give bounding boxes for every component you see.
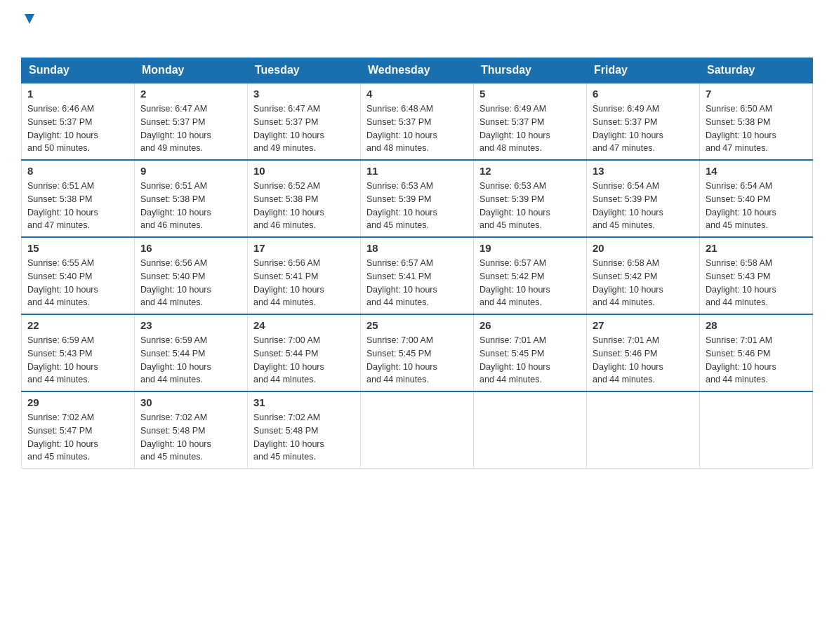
day-cell-26: 26 Sunrise: 7:01 AMSunset: 5:45 PMDaylig… xyxy=(474,314,587,391)
day-number: 26 xyxy=(479,319,581,331)
day-number: 13 xyxy=(593,165,694,177)
day-number: 14 xyxy=(706,165,807,177)
day-number: 19 xyxy=(479,242,581,254)
day-cell-7: 7 Sunrise: 6:50 AMSunset: 5:38 PMDayligh… xyxy=(700,83,813,160)
day-info: Sunrise: 6:55 AMSunset: 5:40 PMDaylight:… xyxy=(27,258,98,307)
days-header-row: SundayMondayTuesdayWednesdayThursdayFrid… xyxy=(22,58,813,83)
day-cell-14: 14 Sunrise: 6:54 AMSunset: 5:40 PMDaylig… xyxy=(700,160,813,237)
day-number: 23 xyxy=(140,319,241,331)
day-number: 20 xyxy=(593,242,694,254)
day-info: Sunrise: 7:02 AMSunset: 5:48 PMDaylight:… xyxy=(140,412,211,462)
logo xyxy=(21,14,37,51)
empty-cell xyxy=(474,391,587,469)
day-info: Sunrise: 7:00 AMSunset: 5:45 PMDaylight:… xyxy=(366,335,437,384)
day-cell-16: 16 Sunrise: 6:56 AMSunset: 5:40 PMDaylig… xyxy=(135,237,248,314)
day-number: 21 xyxy=(706,242,807,254)
day-number: 7 xyxy=(706,88,807,100)
day-cell-29: 29 Sunrise: 7:02 AMSunset: 5:47 PMDaylig… xyxy=(22,391,135,469)
day-number: 29 xyxy=(27,396,128,408)
day-cell-8: 8 Sunrise: 6:51 AMSunset: 5:38 PMDayligh… xyxy=(22,160,135,237)
week-row-5: 29 Sunrise: 7:02 AMSunset: 5:47 PMDaylig… xyxy=(22,391,813,469)
day-number: 4 xyxy=(366,88,468,100)
day-cell-20: 20 Sunrise: 6:58 AMSunset: 5:42 PMDaylig… xyxy=(587,237,700,314)
day-header-tuesday: Tuesday xyxy=(248,58,361,83)
day-info: Sunrise: 6:53 AMSunset: 5:39 PMDaylight:… xyxy=(479,181,550,230)
day-cell-31: 31 Sunrise: 7:02 AMSunset: 5:48 PMDaylig… xyxy=(248,391,361,469)
day-cell-9: 9 Sunrise: 6:51 AMSunset: 5:38 PMDayligh… xyxy=(135,160,248,237)
day-number: 12 xyxy=(479,165,581,177)
day-info: Sunrise: 6:56 AMSunset: 5:40 PMDaylight:… xyxy=(140,258,211,307)
day-number: 22 xyxy=(27,319,128,331)
day-cell-3: 3 Sunrise: 6:47 AMSunset: 5:37 PMDayligh… xyxy=(248,83,361,160)
day-info: Sunrise: 6:54 AMSunset: 5:40 PMDaylight:… xyxy=(706,181,776,230)
day-cell-17: 17 Sunrise: 6:56 AMSunset: 5:41 PMDaylig… xyxy=(248,237,361,314)
day-info: Sunrise: 7:01 AMSunset: 5:46 PMDaylight:… xyxy=(593,335,663,384)
day-cell-2: 2 Sunrise: 6:47 AMSunset: 5:37 PMDayligh… xyxy=(135,83,248,160)
day-number: 27 xyxy=(593,319,694,331)
day-number: 25 xyxy=(366,319,468,331)
week-row-2: 8 Sunrise: 6:51 AMSunset: 5:38 PMDayligh… xyxy=(22,160,813,237)
page-header xyxy=(21,14,813,51)
week-row-1: 1 Sunrise: 6:46 AMSunset: 5:37 PMDayligh… xyxy=(22,83,813,160)
day-cell-28: 28 Sunrise: 7:01 AMSunset: 5:46 PMDaylig… xyxy=(700,314,813,391)
day-number: 18 xyxy=(366,242,468,254)
day-cell-4: 4 Sunrise: 6:48 AMSunset: 5:37 PMDayligh… xyxy=(361,83,474,160)
day-cell-19: 19 Sunrise: 6:57 AMSunset: 5:42 PMDaylig… xyxy=(474,237,587,314)
day-info: Sunrise: 6:47 AMSunset: 5:37 PMDaylight:… xyxy=(253,104,324,153)
week-row-3: 15 Sunrise: 6:55 AMSunset: 5:40 PMDaylig… xyxy=(22,237,813,314)
day-number: 2 xyxy=(140,88,241,100)
svg-marker-0 xyxy=(25,14,34,24)
day-number: 28 xyxy=(706,319,807,331)
day-number: 17 xyxy=(253,242,355,254)
day-cell-10: 10 Sunrise: 6:52 AMSunset: 5:38 PMDaylig… xyxy=(248,160,361,237)
day-info: Sunrise: 6:57 AMSunset: 5:41 PMDaylight:… xyxy=(366,258,437,307)
day-info: Sunrise: 6:47 AMSunset: 5:37 PMDaylight:… xyxy=(140,104,211,153)
day-info: Sunrise: 6:50 AMSunset: 5:38 PMDaylight:… xyxy=(706,104,776,153)
day-number: 31 xyxy=(253,396,355,408)
day-info: Sunrise: 7:02 AMSunset: 5:47 PMDaylight:… xyxy=(27,412,98,462)
day-info: Sunrise: 7:00 AMSunset: 5:44 PMDaylight:… xyxy=(253,335,324,384)
day-info: Sunrise: 6:53 AMSunset: 5:39 PMDaylight:… xyxy=(366,181,437,230)
day-info: Sunrise: 6:48 AMSunset: 5:37 PMDaylight:… xyxy=(366,104,437,153)
day-number: 30 xyxy=(140,396,241,408)
day-number: 16 xyxy=(140,242,241,254)
day-info: Sunrise: 6:57 AMSunset: 5:42 PMDaylight:… xyxy=(479,258,550,307)
week-row-4: 22 Sunrise: 6:59 AMSunset: 5:43 PMDaylig… xyxy=(22,314,813,391)
calendar-table: SundayMondayTuesdayWednesdayThursdayFrid… xyxy=(21,58,813,469)
day-cell-15: 15 Sunrise: 6:55 AMSunset: 5:40 PMDaylig… xyxy=(22,237,135,314)
day-number: 10 xyxy=(253,165,355,177)
day-info: Sunrise: 6:59 AMSunset: 5:43 PMDaylight:… xyxy=(27,335,98,384)
day-header-wednesday: Wednesday xyxy=(361,58,474,83)
day-info: Sunrise: 6:51 AMSunset: 5:38 PMDaylight:… xyxy=(27,181,98,230)
day-cell-12: 12 Sunrise: 6:53 AMSunset: 5:39 PMDaylig… xyxy=(474,160,587,237)
day-info: Sunrise: 7:01 AMSunset: 5:45 PMDaylight:… xyxy=(479,335,550,384)
day-number: 6 xyxy=(593,88,694,100)
day-header-monday: Monday xyxy=(135,58,248,83)
day-info: Sunrise: 6:46 AMSunset: 5:37 PMDaylight:… xyxy=(27,104,98,153)
day-cell-13: 13 Sunrise: 6:54 AMSunset: 5:39 PMDaylig… xyxy=(587,160,700,237)
day-number: 9 xyxy=(140,165,241,177)
day-header-thursday: Thursday xyxy=(474,58,587,83)
day-cell-27: 27 Sunrise: 7:01 AMSunset: 5:46 PMDaylig… xyxy=(587,314,700,391)
day-cell-6: 6 Sunrise: 6:49 AMSunset: 5:37 PMDayligh… xyxy=(587,83,700,160)
day-number: 3 xyxy=(253,88,355,100)
day-cell-22: 22 Sunrise: 6:59 AMSunset: 5:43 PMDaylig… xyxy=(22,314,135,391)
day-info: Sunrise: 6:56 AMSunset: 5:41 PMDaylight:… xyxy=(253,258,324,307)
day-info: Sunrise: 7:01 AMSunset: 5:46 PMDaylight:… xyxy=(706,335,776,384)
day-info: Sunrise: 6:49 AMSunset: 5:37 PMDaylight:… xyxy=(593,104,663,153)
empty-cell xyxy=(361,391,474,469)
day-info: Sunrise: 6:51 AMSunset: 5:38 PMDaylight:… xyxy=(140,181,211,230)
day-number: 24 xyxy=(253,319,355,331)
day-header-friday: Friday xyxy=(587,58,700,83)
day-info: Sunrise: 7:02 AMSunset: 5:48 PMDaylight:… xyxy=(253,412,324,462)
day-cell-5: 5 Sunrise: 6:49 AMSunset: 5:37 PMDayligh… xyxy=(474,83,587,160)
day-header-sunday: Sunday xyxy=(22,58,135,83)
day-header-saturday: Saturday xyxy=(700,58,813,83)
empty-cell xyxy=(587,391,700,469)
day-info: Sunrise: 6:58 AMSunset: 5:42 PMDaylight:… xyxy=(593,258,663,307)
day-number: 5 xyxy=(479,88,581,100)
day-cell-18: 18 Sunrise: 6:57 AMSunset: 5:41 PMDaylig… xyxy=(361,237,474,314)
day-info: Sunrise: 6:59 AMSunset: 5:44 PMDaylight:… xyxy=(140,335,211,384)
empty-cell xyxy=(700,391,813,469)
day-cell-24: 24 Sunrise: 7:00 AMSunset: 5:44 PMDaylig… xyxy=(248,314,361,391)
